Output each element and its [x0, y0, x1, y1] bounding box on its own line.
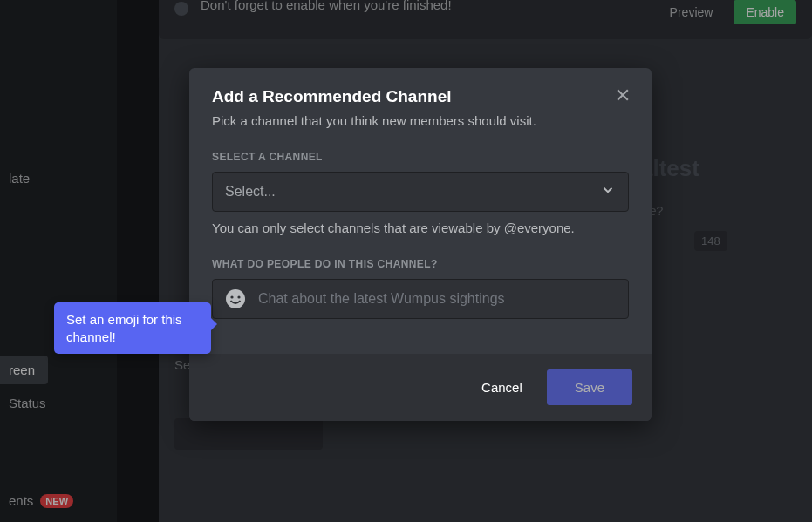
channel-description-input[interactable] — [258, 280, 618, 318]
description-field-wrap — [212, 279, 629, 319]
cancel-button[interactable]: Cancel — [474, 371, 529, 403]
modal-title: Add a Recommended Channel — [212, 87, 629, 106]
select-placeholder: Select... — [225, 184, 276, 200]
chevron-down-icon — [600, 182, 616, 201]
select-channel-label: Select a channel — [212, 151, 629, 163]
emoji-picker-button[interactable] — [223, 287, 248, 311]
svg-point-4 — [237, 295, 240, 298]
modal-description: Pick a channel that you think new member… — [212, 113, 629, 128]
description-label: What do people do in this channel? — [212, 258, 629, 270]
add-recommended-channel-modal: Add a Recommended Channel Pick a channel… — [189, 68, 652, 421]
modal-footer: Cancel Save — [189, 354, 652, 421]
emoji-tooltip: Set an emoji for this channel! — [54, 302, 211, 354]
save-button[interactable]: Save — [547, 369, 632, 405]
select-helper-text: You can only select channels that are vi… — [212, 220, 629, 235]
emoji-icon — [225, 288, 246, 309]
svg-point-3 — [230, 295, 233, 298]
svg-point-2 — [226, 289, 245, 308]
close-button[interactable] — [611, 84, 634, 106]
close-icon — [614, 86, 631, 104]
channel-select[interactable]: Select... — [212, 172, 629, 212]
